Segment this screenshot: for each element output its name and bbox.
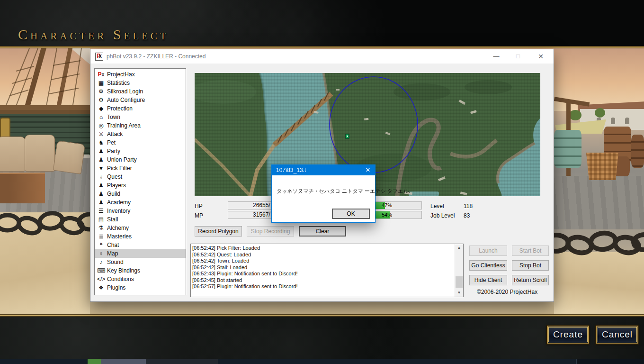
- stop-bot-button[interactable]: Stop Bot: [512, 260, 549, 271]
- sidebar-item[interactable]: ⚙ Silkroad Login: [95, 87, 186, 96]
- sidebar-item[interactable]: ♁ Quest: [95, 173, 186, 181]
- go-clientless-button[interactable]: Go Clientless: [469, 260, 507, 271]
- sidebar-item-label: Training Area: [107, 122, 141, 129]
- stop-recording-button[interactable]: Stop Recording: [247, 226, 294, 237]
- close-button[interactable]: ✕: [533, 49, 549, 64]
- sidebar-item[interactable]: ⚙ Auto Configure: [95, 96, 186, 104]
- keyboard-icon: ⌨: [97, 267, 105, 274]
- sidebar-item-label: Guild: [107, 191, 120, 197]
- dialog-titlebar[interactable]: 107\83_13.t ✕: [272, 165, 375, 175]
- minimize-button[interactable]: —: [488, 49, 504, 64]
- scroll-down-icon[interactable]: ▼: [455, 289, 463, 297]
- mp-label: MP: [195, 212, 203, 219]
- plugins-icon: ❖: [97, 284, 105, 291]
- taskbar-gray-segment: [101, 359, 146, 364]
- sidebar-item[interactable]: ♟ Union Party: [95, 155, 186, 164]
- sidebar-item[interactable]: ♟ Guild: [95, 190, 186, 198]
- start-bot-button[interactable]: Start Bot: [512, 246, 549, 256]
- cargo-sack: [53, 140, 85, 174]
- sidebar-item[interactable]: ⌂ Town: [95, 113, 186, 121]
- sidebar-item[interactable]: ▦ Statistics: [95, 79, 186, 87]
- ship-rail: [0, 110, 90, 114]
- hide-client-button[interactable]: Hide Client: [469, 275, 507, 285]
- sidebar-item[interactable]: ♞ Pet: [95, 138, 186, 147]
- sidebar-item-label: Party: [107, 148, 120, 155]
- taskbar-right-segment: [577, 359, 644, 364]
- tree: [569, 110, 581, 120]
- map-pin-icon: ♀: [97, 250, 105, 257]
- sidebar-item[interactable]: ◎ Training Area: [95, 121, 186, 130]
- inventory-icon: ☰: [97, 208, 105, 214]
- chain-right: [554, 226, 644, 259]
- sidebar-item[interactable]: ◆ Protection: [95, 104, 186, 113]
- sidebar-item[interactable]: ⚔ Attack: [95, 130, 186, 138]
- level-value: 118: [464, 203, 473, 209]
- sidebar-item[interactable]: ⚗ Alchemy: [95, 224, 186, 232]
- player-marker: [346, 134, 349, 138]
- union-party-icon: ♟: [97, 156, 105, 163]
- sidebar-item[interactable]: ❝ Chat: [95, 241, 186, 249]
- game-topbar: Character Select: [0, 0, 644, 46]
- sidebar-item-label: Conditions: [107, 276, 134, 282]
- game-screen: Character Select: [0, 0, 644, 364]
- gears-icon: ⚙: [97, 88, 105, 95]
- sidebar-item[interactable]: ≣ Masteries: [95, 232, 186, 241]
- log-scrollbar[interactable]: ▲ ▼: [455, 244, 463, 297]
- sidebar-item[interactable]: </> Conditions: [95, 275, 186, 283]
- scroll-up-icon[interactable]: ▲: [455, 244, 463, 252]
- sidebar-item[interactable]: ♀ Map: [95, 249, 186, 258]
- taskbar-sliver: [0, 359, 644, 364]
- return-scroll-button[interactable]: Return Scroll: [512, 275, 549, 285]
- level-label: Level: [430, 203, 444, 209]
- script-dialog: 107\83_13.t ✕ タッネソヌマチ・セハタコ ニトタマ ーエテシ タフエ…: [271, 164, 376, 223]
- log-line: [06:52:42] Town: Loaded: [192, 258, 454, 264]
- bell-icon: ♪: [97, 259, 105, 265]
- job-level-value: 83: [464, 212, 470, 219]
- sidebar-item[interactable]: ♟ Players: [95, 181, 186, 190]
- tree: [595, 108, 605, 118]
- phbot-titlebar[interactable]: Px phBot v23.9.2 - ZZKILLER - Connected …: [90, 49, 554, 64]
- taskbar-dark-segment: [146, 359, 218, 364]
- sidebar-item-label: Attack: [107, 131, 123, 137]
- game-bottombar: Create Cancel: [0, 317, 644, 359]
- teal-barrel: [554, 130, 581, 168]
- sidebar-item[interactable]: ▤ Stall: [95, 215, 186, 224]
- copyright-text: ©2006-2020 ProjectHax: [469, 289, 545, 295]
- market-scene-right: [554, 48, 644, 314]
- sidebar-item[interactable]: ♟ Party: [95, 147, 186, 155]
- sidebar-item-label: Map: [107, 250, 118, 257]
- sword-icon: ⚔: [97, 131, 105, 137]
- sidebar-item-label: Auto Configure: [107, 97, 145, 103]
- sidebar-item-label: Sound: [107, 259, 124, 265]
- sidebar-item[interactable]: ⌨ Key Bindings: [95, 266, 186, 275]
- scrollbar-thumb[interactable]: [456, 276, 463, 288]
- sidebar-item[interactable]: ♪ Sound: [95, 258, 186, 266]
- sidebar-item-label: Pet: [107, 139, 116, 146]
- sidebar-item[interactable]: ▼ Pick Filter: [95, 164, 186, 173]
- sidebar-item[interactable]: ♟ Academy: [95, 198, 186, 207]
- launch-button[interactable]: Launch: [469, 246, 507, 256]
- sidebar-item[interactable]: ❖ Plugins: [95, 283, 186, 292]
- sidebar-item-label: Statistics: [107, 80, 130, 86]
- alchemy-icon: ⚗: [97, 225, 105, 231]
- sidebar-item-label: Chat: [107, 242, 119, 248]
- log-output[interactable]: [06:52:42] Pick Filter: Loaded[06:52:42]…: [190, 244, 464, 297]
- sidebar-item-label: ProjectHax: [107, 71, 135, 78]
- sidebar-item-label: Protection: [107, 105, 133, 112]
- maximize-button[interactable]: □: [510, 49, 526, 64]
- cargo-sack: [0, 136, 26, 172]
- wicker-basket: [585, 153, 620, 180]
- statistics-icon: ▦: [97, 80, 105, 86]
- create-button[interactable]: Create: [547, 326, 589, 344]
- sidebar: Px ProjectHax ▦ Statistics ⚙ Silkroad Lo…: [94, 68, 186, 295]
- log-line: [06:52:43] Plugin: Notification sent to …: [192, 271, 454, 277]
- ok-button[interactable]: OK: [332, 209, 370, 219]
- cancel-button[interactable]: Cancel: [596, 326, 638, 344]
- record-polygon-button[interactable]: Record Polygon: [195, 226, 242, 237]
- chain-left: [0, 205, 90, 241]
- sidebar-item[interactable]: Px ProjectHax: [95, 70, 186, 79]
- job-level-label: Job Level: [430, 212, 455, 219]
- clear-button[interactable]: Clear: [299, 226, 346, 237]
- dialog-close-icon[interactable]: ✕: [361, 165, 375, 175]
- sidebar-item[interactable]: ☰ Inventory: [95, 207, 186, 215]
